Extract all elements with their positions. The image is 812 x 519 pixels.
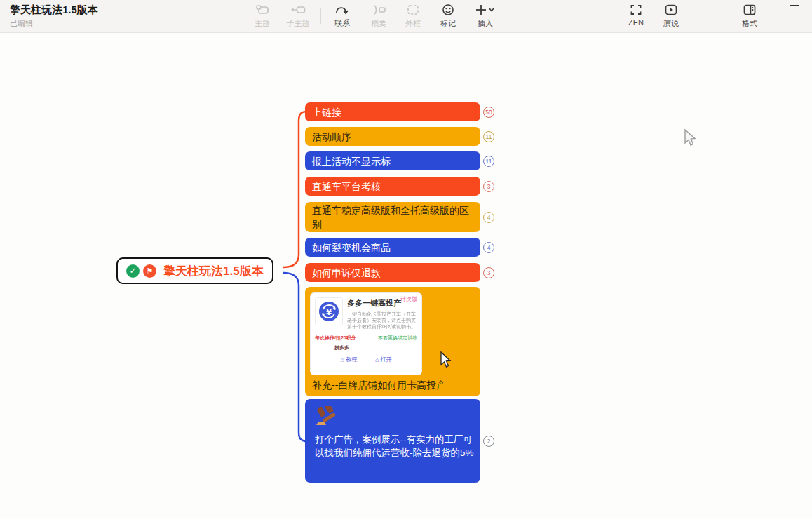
branch-topic-3[interactable]: 报上活动不显示标 11	[305, 151, 480, 170]
mindmap-canvas[interactable]: ✓ ⚑ 擎天柱玩法1.5版本 上链接 50 活动顺序 11 报上活动不显示标 1…	[0, 34, 812, 519]
relationship-button[interactable]: 联系	[334, 3, 350, 29]
branch-topic-5[interactable]: 直通车稳定高级版和全托高级版的区别 4	[305, 202, 480, 232]
format-button[interactable]: 格式	[742, 3, 757, 29]
branch-topic-7[interactable]: 如何申诉仅退款 3	[305, 263, 480, 282]
summary-button[interactable]: 概要	[371, 3, 386, 29]
presentation-icon	[665, 3, 677, 17]
branch-topic-9[interactable]: 打个广告，案例展示--有实力的工厂可以找我们纯佣代运营收-除去退货的5% 2	[305, 399, 480, 483]
embedded-tool-card[interactable]: 计次版 ¥ 多多一键高投产 一键自动化卡高投产开车（开车老手必看）安装前，请点击…	[311, 293, 421, 375]
branch-label: 活动顺序	[305, 130, 358, 144]
home-icon: ⌂	[375, 356, 379, 363]
branch-label: 报上活动不显示标	[305, 154, 398, 168]
warning-note: 不要更换绑定训练	[378, 335, 417, 342]
boundary-button[interactable]: 外框	[405, 3, 421, 29]
tutorial-link[interactable]: ⌂教程	[341, 356, 357, 363]
branch-label: 如何裂变机会商品	[305, 241, 398, 255]
branch-label: 直通车平台考核	[305, 180, 388, 194]
branch-topic-6[interactable]: 如何裂变机会商品 4	[305, 238, 480, 257]
branch-label: 直通车稳定高级版和全托高级版的区别	[305, 203, 480, 231]
insert-button[interactable]: 插入	[475, 3, 496, 29]
notes-count-badge[interactable]: 3	[483, 181, 494, 192]
branch-topic-2[interactable]: 活动顺序 11	[305, 127, 480, 146]
connector-bottom	[283, 273, 307, 441]
check-marker-icon[interactable]: ✓	[126, 264, 140, 278]
branch-topic-4[interactable]: 直通车平台考核 3	[305, 177, 480, 196]
relationship-icon	[335, 3, 349, 17]
root-topic-label: 擎天柱玩法1.5版本	[163, 263, 264, 279]
branch-label: 如何申诉仅退款	[305, 266, 388, 280]
toolbar: 擎天柱玩法1.5版本 已编辑 主题 子主题 联系 概要 外框	[0, 0, 812, 33]
subtopic-button[interactable]: 子主题	[287, 3, 310, 29]
notes-count-badge[interactable]: 3	[483, 267, 494, 278]
edition-tag: 计次版	[400, 295, 417, 303]
branch-topic-8[interactable]: 计次版 ¥ 多多一键高投产 一键自动化卡高投产开车（开车老手必看）安装前，请点击…	[305, 287, 480, 396]
boundary-icon	[407, 3, 419, 17]
zen-icon	[630, 3, 642, 17]
subtopic-icon	[290, 3, 306, 17]
notes-count-badge[interactable]: 11	[483, 156, 494, 167]
notes-count-badge[interactable]: 4	[483, 242, 494, 253]
mouse-cursor-icon	[440, 351, 452, 368]
branch-label: 补充--白牌店铺如何用卡高投产	[312, 379, 446, 392]
document-title: 擎天柱玩法1.5版本	[10, 4, 98, 17]
notes-count-badge[interactable]: 11	[483, 131, 494, 142]
summary-icon	[372, 3, 386, 17]
topic-icon	[255, 3, 269, 17]
branch-label: 打个广告，案例展示--有实力的工厂可以找我们纯佣代运营收-除去退货的5%	[315, 433, 478, 459]
save-status: 已编辑	[10, 18, 33, 29]
notes-count-badge[interactable]: 50	[483, 107, 494, 118]
presentation-button[interactable]: 演说	[663, 3, 679, 29]
format-icon	[743, 3, 756, 17]
gavel-icon	[315, 406, 339, 427]
insert-icon	[475, 3, 496, 17]
root-topic[interactable]: ✓ ⚑ 擎天柱玩法1.5版本	[116, 257, 273, 284]
notes-count-badge[interactable]: 4	[483, 212, 494, 223]
open-link[interactable]: ⌂打开	[375, 356, 391, 363]
pointer-cursor-icon	[683, 128, 697, 148]
notes-count-badge[interactable]: 2	[483, 436, 494, 447]
platform-label: 拼多多	[334, 344, 417, 351]
svg-text:¥: ¥	[326, 308, 332, 317]
home-icon: ⌂	[341, 356, 344, 363]
topic-button[interactable]: 主题	[255, 3, 270, 29]
flag-marker-icon[interactable]: ⚑	[143, 264, 156, 278]
connector-top	[283, 112, 307, 267]
toolbar-divider	[320, 8, 321, 24]
branch-label: 上链接	[305, 105, 349, 119]
minimize-icon[interactable]	[790, 5, 799, 6]
marker-icon	[442, 3, 454, 17]
app-icon: ¥	[315, 297, 343, 325]
branch-topic-1[interactable]: 上链接 50	[305, 102, 480, 121]
zen-button[interactable]: ZEN	[628, 3, 644, 27]
cost-note: 每次操作/扣20积分	[315, 335, 356, 342]
tool-description: 一键自动化卡高投产开车（开车老手必看）安装前，请点击购买第十个教程前仔细阅读说明…	[347, 311, 419, 330]
marker-button[interactable]: 标记	[440, 3, 456, 29]
